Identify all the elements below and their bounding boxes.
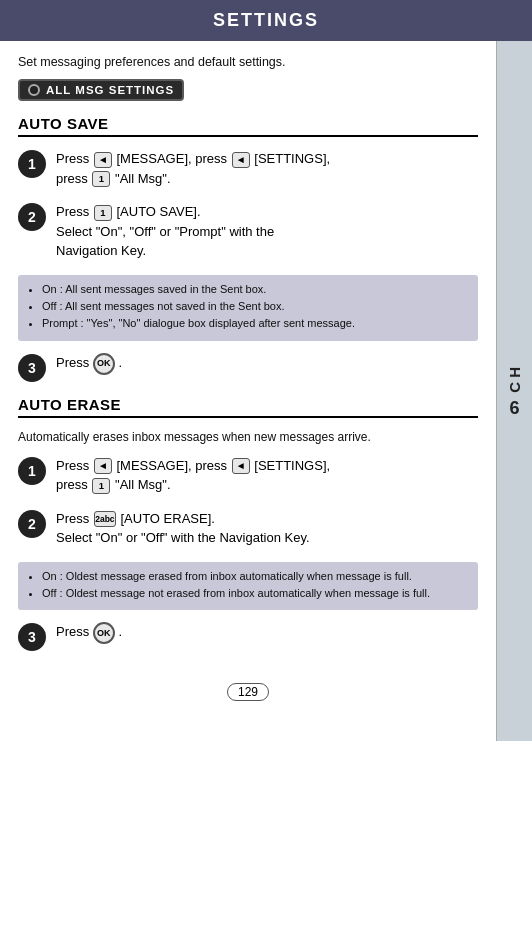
step1-press: Press [56, 151, 89, 166]
info-item-1: On : All sent messages saved in the Sent… [42, 282, 468, 297]
erase-step-1-content: Press ◄ [MESSAGE], press ◄ [SETTINGS], p… [56, 456, 478, 495]
erase-step1-label3: "All Msg". [115, 477, 170, 492]
erase-info-item-2: Off : Oldest message not erased from inb… [42, 586, 468, 601]
step2-label: [AUTO SAVE]. [116, 204, 200, 219]
num1-key: 1 [92, 171, 110, 187]
step-1-content: Press ◄ [MESSAGE], press ◄ [SETTINGS], p… [56, 149, 478, 188]
page-title: SETTINGS [213, 10, 319, 30]
chapter-sidebar: CH 6 [496, 41, 532, 741]
erase-step3-suffix: . [118, 625, 122, 640]
step3-suffix: . [118, 355, 122, 370]
erase-info-item-1: On : Oldest message erased from inbox au… [42, 569, 468, 584]
step-number-3: 3 [18, 354, 46, 382]
step2-line3: Navigation Key. [56, 243, 146, 258]
badge-label: ALL MSG SETTINGS [46, 84, 174, 96]
erase-step-number-2: 2 [18, 510, 46, 538]
erase-step-number-3: 3 [18, 623, 46, 651]
erase-step2-line2: Select "On" or "Off" with the Navigation… [56, 530, 310, 545]
erase-step-number-1: 1 [18, 457, 46, 485]
auto-erase-intro: Automatically erases inbox messages when… [18, 430, 478, 444]
step-2-content: Press 1 [AUTO SAVE]. Select "On", "Off" … [56, 202, 478, 261]
auto-save-step-2: 2 Press 1 [AUTO SAVE]. Select "On", "Off… [18, 202, 478, 261]
step2-press: Press [56, 204, 89, 219]
auto-erase-title: AUTO ERASE [18, 396, 478, 418]
erase-settings-key: ◄ [232, 458, 250, 474]
step1-label2: [SETTINGS], [254, 151, 330, 166]
ch-number: 6 [509, 398, 519, 419]
erase-ok-button-icon: OK [93, 622, 115, 644]
erase-step1-press: Press [56, 458, 89, 473]
step1-press2: press [56, 171, 88, 186]
auto-save-step-3: 3 Press OK . [18, 353, 478, 382]
info-item-3: Prompt : "Yes", "No" dialogue box displa… [42, 316, 468, 331]
step-3-content: Press OK . [56, 353, 478, 375]
page-number: 129 [227, 683, 269, 701]
auto-save-info-list: On : All sent messages saved in the Sent… [42, 282, 468, 332]
step-number-1: 1 [18, 150, 46, 178]
auto-erase-step-3: 3 Press OK . [18, 622, 478, 651]
settings-key: ◄ [232, 152, 250, 168]
auto-save-key: 1 [94, 205, 112, 221]
step1-label3: "All Msg". [115, 171, 170, 186]
auto-save-info-box: On : All sent messages saved in the Sent… [18, 275, 478, 341]
page-footer: 129 [0, 675, 496, 711]
step-number-2: 2 [18, 203, 46, 231]
erase-step1-label1: [MESSAGE], press [116, 458, 230, 473]
erase-step3-press: Press [56, 625, 89, 640]
step3-press: Press [56, 355, 89, 370]
all-msg-settings-badge: ALL MSG SETTINGS [18, 79, 184, 101]
erase-num1-key: 1 [92, 478, 110, 494]
intro-text: Set messaging preferences and default se… [18, 55, 478, 69]
erase-step-3-content: Press OK . [56, 622, 478, 644]
erase-step2-press: Press [56, 511, 89, 526]
badge-dot [28, 84, 40, 96]
erase-step1-label2: [SETTINGS], [254, 458, 330, 473]
settings-page: SETTINGS Set messaging preferences and d… [0, 0, 532, 741]
auto-erase-step-1: 1 Press ◄ [MESSAGE], press ◄ [SETTINGS],… [18, 456, 478, 495]
auto-erase-step-2: 2 Press 2abc [AUTO ERASE]. Select "On" o… [18, 509, 478, 548]
ch-label: CH [506, 363, 523, 393]
info-item-2: Off : All sent messages not saved in the… [42, 299, 468, 314]
auto-erase-section: AUTO ERASE Automatically erases inbox me… [18, 396, 478, 652]
auto-erase-key: 2abc [94, 511, 116, 527]
erase-message-key: ◄ [94, 458, 112, 474]
auto-save-title: AUTO SAVE [18, 115, 478, 137]
ok-button-icon: OK [93, 353, 115, 375]
step2-line2: Select "On", "Off" or "Prompt" with the [56, 224, 274, 239]
erase-step-2-content: Press 2abc [AUTO ERASE]. Select "On" or … [56, 509, 478, 548]
page-header: SETTINGS [0, 0, 532, 41]
auto-erase-info-list: On : Oldest message erased from inbox au… [42, 569, 468, 602]
step1-label1: [MESSAGE], press [116, 151, 230, 166]
erase-step1-press2: press [56, 477, 88, 492]
auto-erase-info-box: On : Oldest message erased from inbox au… [18, 562, 478, 611]
auto-save-section: AUTO SAVE 1 Press ◄ [MESSAGE], press ◄ [… [18, 115, 478, 382]
auto-save-step-1: 1 Press ◄ [MESSAGE], press ◄ [SETTINGS],… [18, 149, 478, 188]
erase-step2-label: [AUTO ERASE]. [120, 511, 214, 526]
message-key: ◄ [94, 152, 112, 168]
